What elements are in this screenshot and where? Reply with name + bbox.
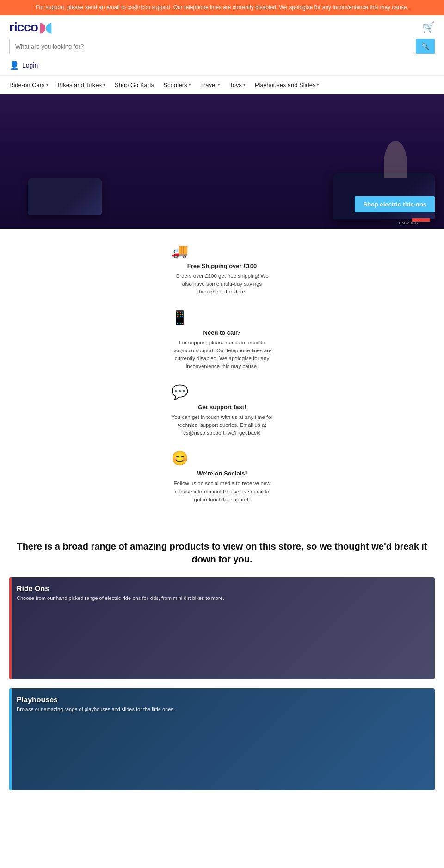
nav-label: Bikes and Trikes bbox=[58, 81, 102, 88]
nav-label: Toys bbox=[229, 81, 242, 88]
nav-item-bikes-trikes[interactable]: Bikes and Trikes ▾ bbox=[53, 76, 110, 94]
nav-item-ride-on-cars[interactable]: Ride-on Cars ▾ bbox=[5, 76, 53, 94]
chevron-down-icon: ▾ bbox=[103, 82, 105, 87]
user-icon: 👤 bbox=[9, 60, 19, 70]
info-text-shipping: Orders over £100 get free shipping! We a… bbox=[171, 272, 273, 296]
search-button[interactable]: 🔍 bbox=[416, 39, 435, 54]
support-banner: For support, please send an email to cs@… bbox=[0, 0, 444, 15]
category-card-ride-ons[interactable]: Ride Ons Choose from our hand picked ran… bbox=[9, 577, 435, 679]
login-area[interactable]: 👤 Login bbox=[9, 58, 435, 73]
nav-label: Shop Go Karts bbox=[115, 81, 154, 88]
hero-cta: Shop electric ride-ons bbox=[355, 196, 435, 212]
nav-item-travel[interactable]: Travel ▾ bbox=[196, 76, 225, 94]
hero-car-left bbox=[28, 178, 102, 215]
cart-icon[interactable]: 🛒 bbox=[422, 21, 435, 33]
nav-link-travel[interactable]: Travel ▾ bbox=[196, 76, 225, 94]
nav-item-go-karts[interactable]: Shop Go Karts bbox=[110, 76, 159, 94]
search-input[interactable] bbox=[9, 39, 413, 54]
category-section: There is a broad range of amazing produc… bbox=[0, 531, 444, 809]
chevron-down-icon: ▾ bbox=[243, 82, 246, 87]
category-card-playhouses[interactable]: Playhouses Browse our amazing range of p… bbox=[9, 688, 435, 790]
nav-label: Travel bbox=[200, 81, 217, 88]
search-bar: 🔍 bbox=[9, 39, 435, 54]
phone-icon: 📱 bbox=[171, 309, 273, 325]
nav-label: Playhouses and Slides bbox=[255, 81, 316, 88]
info-title-support: Get support fast! bbox=[171, 404, 273, 411]
category-title-playhouses: Playhouses bbox=[17, 696, 427, 704]
info-title-socials: We're on Socials! bbox=[171, 470, 273, 477]
main-nav: Ride-on Cars ▾ Bikes and Trikes ▾ Shop G… bbox=[0, 75, 444, 94]
category-desc-playhouses: Browse our amazing range of playhouses a… bbox=[17, 706, 366, 713]
hero-bmw-plate: BMW 6 GT bbox=[399, 221, 421, 225]
chevron-down-icon: ▾ bbox=[218, 82, 220, 87]
nav-link-ride-on-cars[interactable]: Ride-on Cars ▾ bbox=[5, 76, 53, 94]
hero-section: BMW 6 GT Shop electric ride-ons bbox=[0, 94, 444, 229]
search-icon: 🔍 bbox=[421, 43, 429, 50]
nav-link-scooters[interactable]: Scooters ▾ bbox=[159, 76, 195, 94]
nav-link-bikes-trikes[interactable]: Bikes and Trikes ▾ bbox=[53, 76, 110, 94]
nav-item-toys[interactable]: Toys ▾ bbox=[225, 76, 250, 94]
site-header: ricco ◗◖ 🛒 🔍 👤 Login bbox=[0, 15, 444, 75]
chevron-down-icon: ▾ bbox=[189, 82, 191, 87]
category-title-ride-ons: Ride Ons bbox=[17, 585, 427, 593]
chat-icon: 💬 bbox=[171, 384, 273, 400]
info-text-support: You can get in touch with us at any time… bbox=[171, 413, 273, 437]
info-section: 🚚 Free Shipping over £100 Orders over £1… bbox=[162, 229, 282, 531]
info-block-socials: 😊 We're on Socials! Follow us on social … bbox=[171, 450, 273, 504]
chevron-down-icon: ▾ bbox=[317, 82, 319, 87]
info-text-call: For support, please send an email to cs@… bbox=[171, 339, 273, 371]
logo-icon: ◗◖ bbox=[39, 20, 52, 35]
nav-label: Ride-on Cars bbox=[9, 81, 45, 88]
login-label: Login bbox=[22, 62, 38, 69]
category-heading: There is a broad range of amazing produc… bbox=[9, 540, 435, 566]
banner-text: For support, please send an email to cs@… bbox=[36, 4, 408, 11]
nav-list: Ride-on Cars ▾ Bikes and Trikes ▾ Shop G… bbox=[5, 76, 439, 94]
category-card-inner: Ride Ons Choose from our hand picked ran… bbox=[9, 577, 435, 679]
info-block-support: 💬 Get support fast! You can get in touch… bbox=[171, 384, 273, 437]
hero-cta-button[interactable]: Shop electric ride-ons bbox=[355, 196, 435, 212]
info-text-socials: Follow us on social media to receive new… bbox=[171, 480, 273, 504]
nav-item-playhouses[interactable]: Playhouses and Slides ▾ bbox=[250, 76, 324, 94]
nav-label: Scooters bbox=[163, 81, 187, 88]
nav-link-toys[interactable]: Toys ▾ bbox=[225, 76, 250, 94]
category-card-inner: Playhouses Browse our amazing range of p… bbox=[9, 688, 435, 790]
header-top: ricco ◗◖ 🛒 bbox=[9, 20, 435, 35]
nav-link-go-karts[interactable]: Shop Go Karts bbox=[110, 76, 159, 94]
chevron-down-icon: ▾ bbox=[46, 82, 49, 87]
info-title-shipping: Free Shipping over £100 bbox=[171, 262, 273, 269]
shipping-icon: 🚚 bbox=[171, 243, 273, 259]
info-block-call: 📱 Need to call? For support, please send… bbox=[171, 309, 273, 371]
social-icon: 😊 bbox=[171, 450, 273, 466]
nav-link-playhouses[interactable]: Playhouses and Slides ▾ bbox=[250, 76, 324, 94]
site-logo[interactable]: ricco ◗◖ bbox=[9, 20, 52, 35]
nav-item-scooters[interactable]: Scooters ▾ bbox=[159, 76, 195, 94]
info-block-shipping: 🚚 Free Shipping over £100 Orders over £1… bbox=[171, 243, 273, 296]
info-title-call: Need to call? bbox=[171, 329, 273, 336]
logo-text: ricco bbox=[9, 20, 38, 35]
category-desc-ride-ons: Choose from our hand picked range of ele… bbox=[17, 595, 366, 602]
